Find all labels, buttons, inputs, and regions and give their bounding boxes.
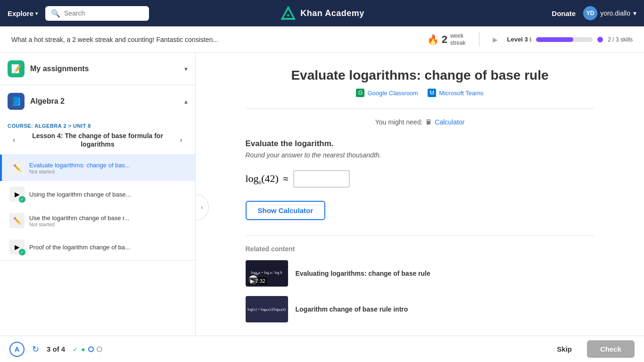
avatar: YD [583,6,597,20]
microsoft-teams-link[interactable]: M Microsoft Teams [428,89,483,97]
google-classroom-link[interactable]: G Google Classroom [356,89,418,97]
math-expression: log6(42) [246,173,279,185]
main-layout: 📝 My assignments ▾ 📘 Algebra 2 ▴ COURSE:… [0,53,644,362]
lesson-item-2[interactable]: ✏️ Use the logarithm change of base r...… [0,207,195,234]
streak-bar: What a hot streak, a 2 week streak and c… [0,26,644,53]
microsoft-teams-icon: M [428,89,436,97]
lesson-item-3[interactable]: ▶ ✓ Proof of the logarithm change of ba.… [0,234,195,260]
problem-statement: Evaluate the logarithm. [246,139,594,148]
user-name: yoro.diallo [600,9,630,17]
bottom-bar: A ↻ 3 of 4 ✓ ● Skip Check [0,336,644,362]
streak-message: What a hot streak, a 2 week streak and c… [11,36,418,43]
completed-badge-3: ✓ [19,249,25,255]
refresh-button[interactable]: ↻ [32,344,39,354]
lesson-item-icon-1: ▶ ✓ [9,187,25,202]
level-dot [597,37,603,42]
calculator-icon: 🖩 [425,118,432,126]
lesson-item-text-2: Use the logarithm change of base r... No… [29,214,188,227]
lesson-breadcrumb: COURSE: ALGEBRA 2 > UNIT 8 [8,123,188,129]
level-progress-bar [536,37,593,42]
lesson-item-text-0: Evaluate logarithms: change of bas... No… [29,162,188,174]
approx-symbol: ≈ [283,173,289,184]
streak-unit: weekstreak [450,33,466,46]
search-box[interactable]: 🔍 [45,6,149,21]
related-item-1[interactable]: log(x) = log₁₀(x)/log₁₀(a) Logarithm cha… [246,296,594,322]
related-item-0[interactable]: logba = log a / log b ▶ ▶ 7:32 Evaluatin… [246,260,594,287]
problem-instruction: Round your answer to the nearest thousan… [246,151,594,159]
level-label: Level 3 ℹ [507,36,532,43]
fire-icon: 🔥 [427,34,439,45]
my-assignments-label: My assignments [30,65,179,73]
svg-text:✦: ✦ [286,12,290,19]
math-answer-input[interactable] [293,170,350,188]
lesson-item-1[interactable]: ▶ ✓ Using the logarithm change of base..… [0,181,195,207]
top-navigation: Explore ▾ 🔍 ✦ Khan Academy Donate YD yor… [0,0,644,26]
dot-filled-icon: ● [81,346,85,353]
lesson-navigation: COURSE: ALGEBRA 2 > UNIT 8 ‹ Lesson 4: T… [0,117,195,155]
streak-counter: 🔥 2 weekstreak [427,33,466,46]
nav-right-section: Donate YD yoro.diallo ▾ [552,6,636,20]
algebra2-icon: 📘 [8,93,25,110]
lesson-item-text-1: Using the logarithm change of base... [29,191,188,198]
play-icon: ▶ [493,36,498,43]
my-assignments-chevron-icon: ▾ [184,65,188,73]
lesson-nav-row: ‹ Lesson 4: The change of base formula f… [8,132,188,148]
search-icon: 🔍 [51,9,60,18]
site-name: Khan Academy [300,8,364,18]
lesson-item-title-2: Use the logarithm change of base r... [29,214,188,222]
skip-button[interactable]: Skip [549,341,579,357]
explore-chevron-icon: ▾ [35,11,38,16]
level-progress-fill [536,37,573,42]
show-calculator-button[interactable]: Show Calculator [246,201,326,220]
related-thumb-inner-1: log(x) = log₁₀(x)/log₁₀(a) [246,296,288,322]
lesson-item-title-1: Using the logarithm change of base... [29,191,188,198]
level-section: Level 3 ℹ 2 / 3 skills [507,36,633,43]
algebra2-section: 📘 Algebra 2 ▴ COURSE: ALGEBRA 2 > UNIT 8… [0,85,195,261]
lesson-title: Lesson 4: The change of base formula for… [21,132,174,148]
math-problem: log6(42) ≈ [246,170,594,188]
hint-button[interactable]: A [9,342,25,357]
sidebar: 📝 My assignments ▾ 📘 Algebra 2 ▴ COURSE:… [0,53,196,362]
user-menu[interactable]: YD yoro.diallo ▾ [583,6,636,20]
content-inner: Evaluate logarithms: change of base rule… [217,53,623,347]
user-chevron-icon: ▾ [633,9,636,17]
algebra2-header[interactable]: 📘 Algebra 2 ▴ [0,85,195,117]
explore-menu[interactable]: Explore ▾ [8,9,38,17]
lesson-item-status-2: Not started [29,222,188,227]
progress-label: 3 of 4 [47,345,65,353]
my-assignments-icon: 📝 [8,60,25,77]
lesson-item-0[interactable]: ✏️ Evaluate logarithms: change of bas...… [0,155,195,181]
might-need-label: You might need: [375,118,423,126]
sidebar-collapse-button[interactable]: ‹ [196,194,209,221]
content-title: Evaluate logarithms: change of base rule [246,68,594,83]
lesson-next-button[interactable]: › [174,133,188,147]
lesson-prev-button[interactable]: ‹ [8,133,21,147]
share-links: G Google Classroom M Microsoft Teams [246,89,594,97]
content-divider [246,108,594,109]
google-classroom-label: Google Classroom [367,90,418,97]
lesson-item-icon-2: ✏️ [9,213,25,228]
show-calculator-section: Show Calculator [246,201,594,235]
dot-current [88,346,94,352]
streak-divider [479,33,479,47]
hint-label: A [15,346,19,353]
lesson-item-title-3: Proof of the logarithm change of ba... [29,244,188,251]
level-skills: 2 / 3 skills [608,36,633,43]
related-title-1: Logarithm change of base rule intro [296,305,408,313]
algebra2-chevron-icon: ▴ [184,98,188,105]
khan-academy-logo-icon: ✦ [280,5,297,22]
related-title-0: Evaluating logarithms: change of base ru… [296,270,430,277]
lesson-item-title-0: Evaluate logarithms: change of bas... [29,162,188,169]
algebra2-label: Algebra 2 [30,97,179,106]
content-area: ‹ Evaluate logarithms: change of base ru… [196,53,644,362]
donate-button[interactable]: Donate [552,9,576,17]
math-base: 6 [259,180,262,185]
dot-empty [97,346,102,352]
check-button[interactable]: Check [587,340,635,358]
related-thumb-1: log(x) = log₁₀(x)/log₁₀(a) [246,296,288,322]
search-input[interactable] [64,9,143,17]
calculator-link[interactable]: Calculator [435,118,464,126]
my-assignments-header[interactable]: 📝 My assignments ▾ [0,53,195,85]
calculator-notice: You might need: 🖩 Calculator [246,118,594,126]
progress-dots: ✓ ● [73,346,102,353]
